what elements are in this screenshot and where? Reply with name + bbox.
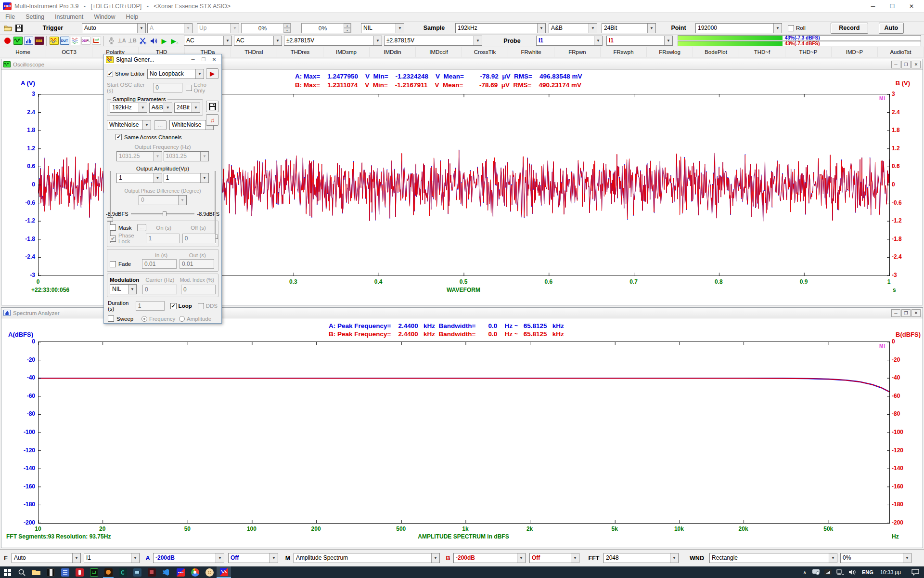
- panel-close-button[interactable]: ✕: [911, 309, 921, 317]
- a-range-select[interactable]: -200dB▼: [153, 553, 224, 563]
- chevron-down-icon[interactable]: ▼: [223, 36, 231, 45]
- panel-tab[interactable]: THDres: [277, 47, 323, 57]
- panel-tab[interactable]: FRswph: [601, 47, 647, 57]
- auto-button[interactable]: Auto: [879, 23, 904, 34]
- run-icon[interactable]: ▶: [159, 36, 169, 46]
- taskbar-app-1[interactable]: [43, 566, 58, 578]
- loopback-select[interactable]: No Loopback▼: [147, 69, 204, 79]
- chevron-down-icon[interactable]: ▼: [431, 553, 439, 563]
- bits-select[interactable]: 24Bit▼: [602, 23, 656, 33]
- chevron-down-icon[interactable]: ▼: [142, 120, 151, 130]
- chevron-down-icon[interactable]: ▼: [594, 36, 602, 45]
- probe-b-select[interactable]: I1▼: [606, 36, 673, 46]
- panel-minimize-button[interactable]: ─: [891, 309, 900, 317]
- panel-tab[interactable]: THD~P: [785, 47, 832, 57]
- overlap-select[interactable]: 0%▼: [840, 553, 911, 563]
- panel-tab[interactable]: IMD~P: [832, 47, 878, 57]
- open-file-icon[interactable]: [3, 23, 13, 33]
- start-button[interactable]: [0, 566, 14, 578]
- chevron-down-icon[interactable]: ▼: [139, 103, 147, 112]
- taskbar-app-8[interactable]: [144, 566, 159, 578]
- spinner-down-icon[interactable]: ▼: [283, 28, 291, 33]
- panel-tab[interactable]: IMDsmp: [323, 47, 370, 57]
- chevron-down-icon[interactable]: ▼: [192, 103, 200, 112]
- gen-bits-select[interactable]: 24Bit▼: [174, 103, 200, 113]
- close-button[interactable]: ✕: [902, 0, 921, 12]
- run-loop-icon[interactable]: ▶○: [169, 36, 180, 46]
- tray-chevron-icon[interactable]: ∧: [803, 570, 807, 575]
- fft-size-select[interactable]: 2048▼: [603, 553, 679, 563]
- same-across-channels-checkbox[interactable]: ✔: [116, 134, 122, 140]
- trigger-filter-select[interactable]: NIL▼: [361, 23, 404, 33]
- menu-item[interactable]: Instrument: [55, 13, 83, 20]
- chevron-down-icon[interactable]: ▼: [474, 36, 482, 45]
- chevron-down-icon[interactable]: ▼: [72, 553, 80, 563]
- channels-select[interactable]: A&B▼: [549, 23, 597, 33]
- panel-close-button[interactable]: ✕: [911, 61, 921, 68]
- gen-sample-rate-select[interactable]: 192kHz▼: [110, 103, 147, 113]
- record-button[interactable]: Record: [831, 23, 868, 34]
- tray-language[interactable]: ENG: [862, 569, 873, 575]
- b-range-select[interactable]: -200dB▼: [453, 553, 526, 563]
- taskbar-app-12[interactable]: [202, 566, 217, 578]
- generator-run-button[interactable]: ▶: [206, 68, 218, 79]
- panel-restore-button[interactable]: ❐: [901, 61, 911, 68]
- record-dot-icon[interactable]: [2, 36, 13, 46]
- menu-item[interactable]: Help: [126, 13, 139, 20]
- sample-rate-select[interactable]: 192kHz▼: [455, 23, 546, 33]
- modulation-select[interactable]: NIL▼: [110, 284, 137, 294]
- tray-clock[interactable]: 10:33 μμ: [880, 569, 901, 575]
- balance-slider[interactable]: [131, 213, 194, 214]
- a-ref-select[interactable]: Off▼: [228, 553, 278, 563]
- mask-checkbox[interactable]: [110, 224, 116, 231]
- signal-generator-dialog[interactable]: Signal Gener... ─ ❐ ✕ ✔ Show Editor No L…: [103, 54, 222, 324]
- taskbar-app-6[interactable]: [116, 566, 130, 578]
- chevron-down-icon[interactable]: ▼: [128, 285, 136, 294]
- point-count-select[interactable]: 192000▼: [695, 23, 782, 33]
- tray-volume-icon[interactable]: [849, 569, 856, 575]
- coupling-a-select[interactable]: AC▼: [184, 36, 232, 46]
- fade-checkbox[interactable]: [110, 261, 116, 267]
- panel-restore-button[interactable]: ❐: [901, 309, 911, 317]
- spinner-down-icon[interactable]: ▼: [344, 28, 351, 33]
- chevron-down-icon[interactable]: ▼: [537, 24, 545, 33]
- chevron-down-icon[interactable]: ▼: [517, 553, 525, 563]
- chevron-down-icon[interactable]: ▼: [373, 36, 382, 45]
- spectrum-plot[interactable]: MI: [38, 342, 890, 524]
- taskbar-app-9[interactable]: [159, 566, 173, 578]
- taskbar-app-13-active[interactable]: [217, 566, 231, 578]
- ddp-viewer-icon[interactable]: DDP: [80, 36, 91, 46]
- panel-tab[interactable]: IMDccif: [416, 47, 462, 57]
- taskbar-app-3[interactable]: [72, 566, 87, 578]
- panel-tab[interactable]: AudioTst: [878, 47, 924, 57]
- sweep-checkbox[interactable]: [108, 315, 114, 322]
- range-b-select[interactable]: ±2.87815V▼: [384, 36, 482, 46]
- taskbar-app-4[interactable]: [87, 566, 101, 578]
- derived-data-icon[interactable]: [70, 36, 80, 46]
- probe-a-select[interactable]: I1▼: [536, 36, 603, 46]
- chevron-down-icon[interactable]: ▼: [773, 24, 782, 33]
- chevron-down-icon[interactable]: ▼: [903, 553, 911, 563]
- window-function-select[interactable]: Rectangle▼: [709, 553, 837, 563]
- panel-tab[interactable]: IMDdin: [370, 47, 416, 57]
- taskbar-app-10[interactable]: [173, 566, 188, 578]
- play-file-button[interactable]: ♫: [206, 114, 218, 126]
- panel-tab[interactable]: OCT3: [46, 47, 92, 57]
- menu-item[interactable]: Window: [94, 13, 115, 20]
- chevron-down-icon[interactable]: ▼: [154, 173, 162, 183]
- frequency-mode-select[interactable]: Auto▼: [12, 553, 81, 563]
- file-explorer-button[interactable]: [29, 566, 43, 578]
- signal-generator-icon[interactable]: [49, 36, 59, 46]
- menu-item[interactable]: File: [5, 13, 15, 20]
- coupling-b-select[interactable]: AC▼: [234, 36, 282, 46]
- taskbar-app-2[interactable]: [58, 566, 72, 578]
- f-probe-select[interactable]: I1▼: [84, 553, 140, 563]
- chevron-down-icon[interactable]: ▼: [589, 24, 597, 33]
- panel-tab[interactable]: THDnsl: [231, 47, 277, 57]
- panel-tab[interactable]: Home: [0, 47, 46, 57]
- chevron-down-icon[interactable]: ▼: [273, 36, 282, 45]
- dialog-title-bar[interactable]: Signal Gener... ─ ❐ ✕: [104, 54, 221, 65]
- chevron-down-icon[interactable]: ▼: [200, 173, 208, 183]
- spinner-up-icon[interactable]: ▲: [344, 24, 351, 28]
- sound-output-icon[interactable]: [148, 36, 159, 46]
